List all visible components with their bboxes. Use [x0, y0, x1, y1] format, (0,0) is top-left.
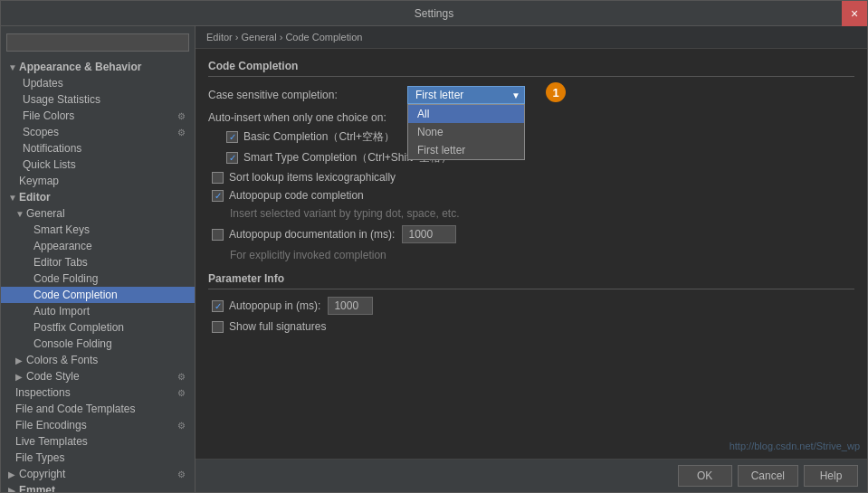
autopopup-doc-checkbox[interactable]	[212, 229, 224, 241]
sidebar-item-auto-import[interactable]: Auto Import	[1, 303, 195, 319]
settings-icon4: ⚙	[175, 386, 187, 399]
autopopup-ms-checkbox[interactable]	[212, 300, 224, 312]
tree-arrow-general: ▼	[15, 209, 26, 219]
case-sensitive-label: Case sensitive completion:	[208, 89, 407, 101]
section-title: Code Completion	[208, 60, 854, 77]
sidebar-item-updates[interactable]: Updates	[1, 75, 195, 91]
autopopup-doc-row: Autopopup documentation in (ms):	[208, 225, 854, 243]
sidebar-item-appearance[interactable]: Appearance	[1, 238, 195, 254]
autopopup-ms-input[interactable]	[328, 297, 373, 315]
sidebar-item-notifications[interactable]: Notifications	[1, 140, 195, 156]
settings-icon2: ⚙	[175, 126, 187, 138]
autopopup-doc-label: Autopopup documentation in (ms):	[229, 228, 395, 241]
dropdown-wrapper: First letter ▼ All None First letter 1	[407, 86, 525, 104]
dropdown-popup: All None First letter	[407, 104, 525, 160]
cancel-button[interactable]: Cancel	[738, 465, 798, 487]
ok-button[interactable]: OK	[678, 465, 732, 487]
sidebar-item-file-code-templates[interactable]: File and Code Templates	[1, 401, 195, 417]
sort-lookup-label: Sort lookup items lexicographically	[229, 171, 396, 184]
tree-arrow-code-style: ▶	[15, 372, 26, 382]
basic-completion-label: Basic Completion（Ctrl+空格）	[243, 129, 395, 145]
settings-icon3: ⚙	[175, 370, 187, 383]
show-full-sigs-row: Show full signatures	[208, 320, 854, 333]
sidebar-item-file-colors[interactable]: File Colors ⚙	[1, 108, 195, 124]
auto-insert-label: Auto-insert when only one choice on:	[208, 111, 854, 124]
search-input[interactable]	[6, 33, 189, 52]
tree-arrow-copyright: ▶	[8, 469, 19, 479]
sidebar-item-keymap[interactable]: Keymap	[1, 173, 195, 189]
basic-completion-checkbox[interactable]	[226, 131, 238, 143]
sidebar-item-emmet[interactable]: ▶ Emmet	[1, 482, 195, 492]
search-bar	[1, 30, 195, 55]
sidebar-item-console-folding[interactable]: Console Folding	[1, 336, 195, 352]
tree-arrow: ▼	[8, 62, 19, 72]
sidebar-item-colors-fonts[interactable]: ▶ Colors & Fonts	[1, 352, 195, 368]
sidebar-item-copyright[interactable]: ▶ Copyright ⚙	[1, 466, 195, 482]
sidebar-item-smart-keys[interactable]: Smart Keys	[1, 222, 195, 238]
tree-arrow-emmet: ▶	[8, 486, 19, 493]
right-panel: Editor › General › Code Completion Code …	[196, 26, 867, 492]
sidebar-item-code-style[interactable]: ▶ Code Style ⚙	[1, 368, 195, 384]
dropdown-option-first-letter[interactable]: First letter	[408, 141, 524, 159]
help-button[interactable]: Help	[804, 465, 858, 487]
case-sensitive-row: Case sensitive completion: First letter …	[208, 86, 854, 104]
main-content: ▼ Appearance & Behavior Updates Usage St…	[1, 26, 867, 492]
autopopup-doc-input[interactable]	[402, 225, 456, 243]
settings-icon5: ⚙	[175, 419, 187, 431]
breadcrumb: Editor › General › Code Completion	[196, 26, 867, 49]
autopopup-code-checkbox[interactable]	[212, 190, 224, 202]
insert-selected-row: Insert selected variant by typing dot, s…	[208, 207, 854, 220]
sidebar-item-editor-tabs[interactable]: Editor Tabs	[1, 254, 195, 270]
parameter-info-title: Parameter Info	[208, 272, 854, 289]
sidebar-item-file-types[interactable]: File Types	[1, 450, 195, 466]
window-title: Settings	[415, 7, 453, 20]
sidebar: ▼ Appearance & Behavior Updates Usage St…	[1, 26, 196, 492]
dropdown-option-all[interactable]: All	[408, 105, 524, 123]
settings-icon: ⚙	[175, 109, 187, 122]
sidebar-item-code-completion[interactable]: Code Completion	[1, 287, 195, 303]
panel-content: Code Completion Case sensitive completio…	[196, 49, 867, 459]
watermark: http://blog.csdn.net/Strive_wp	[730, 441, 860, 451]
show-full-sigs-checkbox[interactable]	[212, 321, 224, 333]
tree-arrow-colors: ▶	[15, 356, 26, 365]
sidebar-item-editor[interactable]: ▼ Editor	[1, 189, 195, 205]
dropdown-option-none[interactable]: None	[408, 123, 524, 141]
show-full-sigs-label: Show full signatures	[229, 320, 326, 333]
smart-type-row: Smart Type Completion（Ctrl+Shift+空格）	[208, 150, 854, 166]
smart-type-checkbox[interactable]	[226, 152, 238, 164]
basic-completion-row: Basic Completion（Ctrl+空格）	[208, 129, 854, 145]
bottom-bar: OK Cancel Help	[196, 459, 867, 492]
title-bar: Settings ×	[1, 1, 867, 26]
dropdown-arrow-icon: ▼	[511, 90, 520, 100]
autopopup-code-label: Autopopup code completion	[229, 189, 364, 202]
sidebar-item-postfix-completion[interactable]: Postfix Completion	[1, 319, 195, 336]
sidebar-item-code-folding[interactable]: Code Folding	[1, 270, 195, 287]
sidebar-item-live-templates[interactable]: Live Templates	[1, 433, 195, 450]
sidebar-item-inspections[interactable]: Inspections ⚙	[1, 384, 195, 401]
sidebar-item-file-encodings[interactable]: File Encodings ⚙	[1, 417, 195, 433]
case-sensitive-dropdown[interactable]: First letter ▼	[407, 86, 525, 104]
sidebar-item-quick-lists[interactable]: Quick Lists	[1, 156, 195, 173]
sidebar-item-usage-statistics[interactable]: Usage Statistics	[1, 91, 195, 108]
tree-arrow-editor: ▼	[8, 193, 19, 203]
close-button[interactable]: ×	[842, 1, 867, 26]
autopopup-ms-label: Autopopup in (ms):	[229, 299, 320, 312]
for-explicitly-row: For explicitly invoked completion	[208, 249, 854, 261]
sidebar-item-general[interactable]: ▼ General	[1, 205, 195, 222]
sort-lookup-row: Sort lookup items lexicographically	[208, 171, 854, 184]
sidebar-item-scopes[interactable]: Scopes ⚙	[1, 124, 195, 140]
tree-arrow-keymap	[8, 176, 19, 186]
sidebar-item-appearance-behavior[interactable]: ▼ Appearance & Behavior	[1, 59, 195, 75]
autopopup-code-row: Autopopup code completion	[208, 189, 854, 202]
settings-icon6: ⚙	[175, 468, 187, 480]
settings-window: Settings × ▼ Appearance & Behavior Updat…	[0, 0, 868, 493]
sort-lookup-checkbox[interactable]	[212, 172, 224, 184]
autopopup-ms-row: Autopopup in (ms):	[208, 297, 854, 315]
tutorial-number-1: 1	[546, 82, 566, 102]
